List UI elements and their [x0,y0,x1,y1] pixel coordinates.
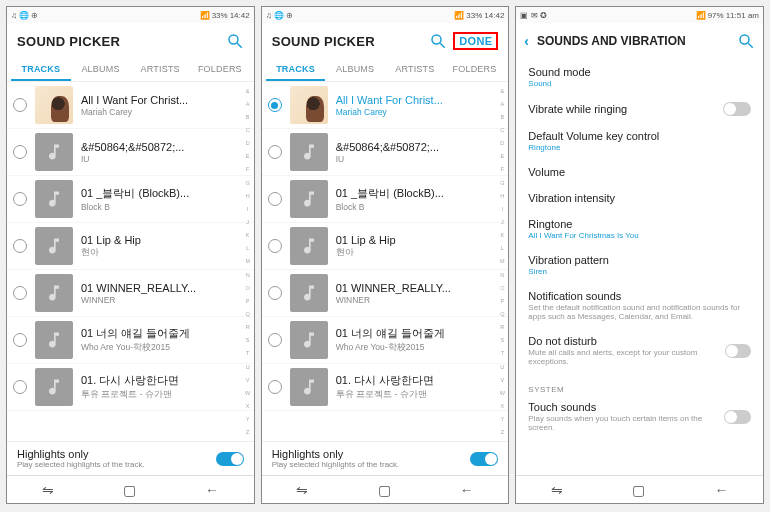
settings-row[interactable]: Vibration patternSiren [528,247,751,283]
toggle[interactable] [724,410,751,424]
settings-row[interactable]: Notification soundsSet the default notif… [528,283,751,328]
search-icon[interactable] [737,32,755,50]
track-row[interactable]: 01. 다시 사랑한다면투유 프로젝트 - 슈가맨 [262,364,509,411]
radio-button[interactable] [13,286,27,300]
settings-row[interactable]: Vibrate while ringing [528,95,751,123]
search-icon[interactable] [226,32,244,50]
radio-button[interactable] [13,239,27,253]
page-title: SOUND PICKER [272,34,375,49]
svg-point-4 [740,35,749,44]
settings-row[interactable]: Vibration intensity [528,185,751,211]
track-artist: 현아 [81,247,248,259]
nav-bar: ⇋ ▢ ← [262,475,509,503]
highlights-toggle[interactable] [216,452,244,466]
track-title: 01 WINNER_REALLY... [336,282,503,294]
track-artist: Block B [336,202,503,212]
music-note-icon [290,133,328,171]
radio-button[interactable] [268,333,282,347]
track-row[interactable]: 01 너의 얘길 들어줄게Who Are You-학校2015 [7,317,254,364]
search-icon[interactable] [429,32,447,50]
toggle[interactable] [723,102,751,116]
nav-home[interactable]: ▢ [632,482,645,498]
music-note-icon [35,180,73,218]
settings-row[interactable]: Default Volume key controlRingtone [528,123,751,159]
tab-artists[interactable]: ARTISTS [385,59,445,81]
settings-row[interactable]: Do not disturbMute all calls and alerts,… [528,328,751,373]
radio-button[interactable] [268,380,282,394]
radio-button[interactable] [268,239,282,253]
track-list[interactable]: All I Want For Christ...Mariah Carey&#50… [262,82,509,441]
highlights-toggle[interactable] [470,452,498,466]
tab-folders[interactable]: FOLDERS [445,59,505,81]
radio-button[interactable] [13,192,27,206]
track-row[interactable]: All I Want For Christ...Mariah Carey [7,82,254,129]
track-row[interactable]: 01 너의 얘길 들어줄게Who Are You-학校2015 [262,317,509,364]
nav-back[interactable]: ← [205,482,219,498]
svg-line-1 [237,43,242,48]
svg-line-3 [441,43,446,48]
tab-albums[interactable]: ALBUMS [325,59,385,81]
tab-artists[interactable]: ARTISTS [130,59,190,81]
alpha-scroller[interactable]: &ABCDEFGHIJKLMNOPQRSTUVWXYZ [243,84,253,439]
done-button[interactable]: DONE [453,32,498,50]
nav-bar: ⇋ ▢ ← [7,475,254,503]
header: SOUND PICKER DONE [262,23,509,59]
nav-back[interactable]: ← [714,482,728,498]
radio-button[interactable] [268,286,282,300]
toggle[interactable] [725,344,751,358]
tab-albums[interactable]: ALBUMS [71,59,131,81]
music-note-icon [290,274,328,312]
radio-button[interactable] [268,192,282,206]
track-artist: IU [81,154,248,164]
nav-recent[interactable]: ⇋ [42,482,54,498]
back-icon[interactable]: ‹ [524,33,529,49]
nav-recent[interactable]: ⇋ [296,482,308,498]
music-note-icon [35,274,73,312]
track-title: 01 너의 얘길 들어줄게 [336,326,503,341]
settings-row[interactable]: Sound modeSound [528,59,751,95]
radio-button[interactable] [13,145,27,159]
highlights-sub: Play selected highlights of the track. [17,460,145,469]
track-row[interactable]: 01 _블락비 (BlockB)...Block B [262,176,509,223]
track-row[interactable]: 01 WINNER_REALLY...WINNER [7,270,254,317]
settings-row[interactable]: Touch soundsPlay sounds when you touch c… [528,394,751,439]
track-list[interactable]: All I Want For Christ...Mariah Carey&#50… [7,82,254,441]
settings-row[interactable]: Volume [528,159,751,185]
track-artist: 투유 프로젝트 - 슈가맨 [336,389,503,401]
track-row[interactable]: 01 Lip & Hip현아 [262,223,509,270]
track-artist: Mariah Carey [81,107,248,117]
nav-recent[interactable]: ⇋ [551,482,563,498]
nav-back[interactable]: ← [460,482,474,498]
track-row[interactable]: &#50864;&#50872;...IU [7,129,254,176]
tab-folders[interactable]: FOLDERS [190,59,250,81]
tab-tracks[interactable]: TRACKS [11,59,71,81]
track-row[interactable]: All I Want For Christ...Mariah Carey [262,82,509,129]
tab-tracks[interactable]: TRACKS [266,59,326,81]
settings-title: SOUNDS AND VIBRATION [537,34,686,48]
settings-list[interactable]: Sound modeSoundVibrate while ringingDefa… [516,59,763,475]
track-row[interactable]: 01 Lip & Hip현아 [7,223,254,270]
phone-screen-1: ♫ 🌐 ⊕ 📶 33% 14:42 SOUND PICKER TRACKSALB… [6,6,255,504]
music-note-icon [35,133,73,171]
track-row[interactable]: 01 WINNER_REALLY...WINNER [262,270,509,317]
nav-home[interactable]: ▢ [378,482,391,498]
status-bar: ♫ 🌐 ⊕ 📶 33% 14:42 [7,7,254,23]
radio-button[interactable] [13,98,27,112]
radio-button[interactable] [13,333,27,347]
header: SOUND PICKER [7,23,254,59]
nav-bar: ⇋ ▢ ← [516,475,763,503]
track-row[interactable]: &#50864;&#50872;...IU [262,129,509,176]
radio-button[interactable] [268,145,282,159]
track-row[interactable]: 01 _블락비 (BlockB)...Block B [7,176,254,223]
nav-home[interactable]: ▢ [123,482,136,498]
track-row[interactable]: 01. 다시 사랑한다면투유 프로젝트 - 슈가맨 [7,364,254,411]
alpha-scroller[interactable]: &ABCDEFGHIJKLMNOPQRSTUVWXYZ [497,84,507,439]
track-title: 01 Lip & Hip [336,234,503,246]
radio-button[interactable] [268,98,282,112]
radio-button[interactable] [13,380,27,394]
settings-row[interactable]: RingtoneAll I Want For Christmas Is You [528,211,751,247]
track-title: 01 _블락비 (BlockB)... [81,186,248,201]
music-note-icon [35,227,73,265]
track-title: 01 Lip & Hip [81,234,248,246]
music-note-icon [35,321,73,359]
